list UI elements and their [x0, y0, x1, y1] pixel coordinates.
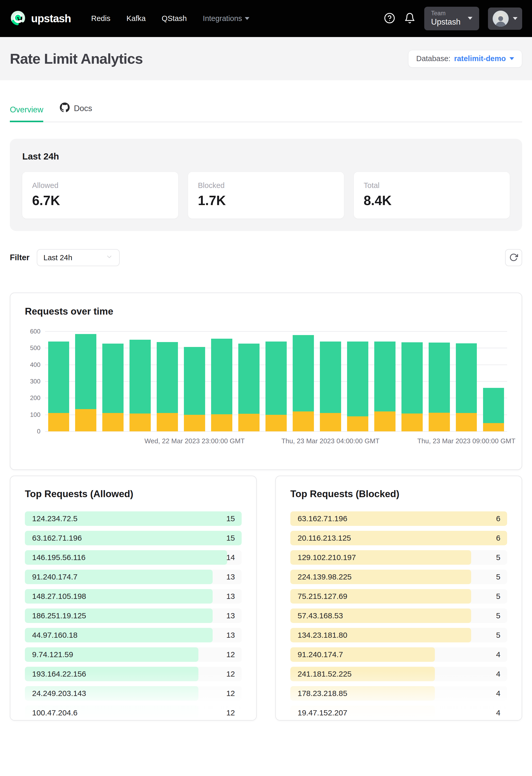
notifications-button[interactable] — [404, 12, 415, 25]
request-ip: 24.249.203.143 — [32, 689, 86, 698]
stat-label: Blocked — [198, 181, 334, 190]
request-row: 19.47.152.2074 — [290, 706, 507, 720]
bar-segment-blocked — [238, 414, 259, 431]
request-row: 134.23.181.805 — [290, 628, 507, 642]
request-count: 13 — [226, 573, 235, 581]
bar-segment-blocked — [130, 413, 151, 431]
requests-chart-card: Requests over time 0100200300400500600 W… — [10, 293, 522, 470]
bar-segment-allowed — [211, 339, 232, 414]
database-selector[interactable]: Database: ratelimit-demo — [408, 50, 522, 67]
time-range-select[interactable]: Last 24h — [37, 249, 120, 266]
request-row: 91.240.174.713 — [25, 570, 242, 584]
request-row-content: 20.116.213.1256 — [290, 531, 507, 545]
top-requests-allowed-card: Top Requests (Allowed) 124.234.72.51563.… — [10, 475, 257, 721]
nav-menu: Redis Kafka QStash Integrations — [91, 14, 249, 23]
stats-title: Last 24h — [22, 151, 510, 162]
bar-group — [425, 332, 453, 431]
request-row: 63.162.71.19615 — [25, 531, 242, 545]
top-nav: upstash Redis Kafka QStash Integrations — [0, 0, 532, 37]
bar-group — [317, 332, 344, 431]
bar-group — [181, 332, 208, 431]
request-ip: 91.240.174.7 — [298, 650, 343, 659]
request-count: 5 — [496, 631, 500, 639]
request-ip: 57.43.168.53 — [298, 611, 343, 620]
nav-item-integrations-label: Integrations — [203, 14, 242, 23]
chart-ylabels: 0100200300400500600 — [25, 332, 40, 431]
request-ip: 193.164.22.156 — [32, 669, 86, 678]
database-label: Database: — [416, 54, 451, 63]
request-row: 63.162.71.1966 — [290, 511, 507, 526]
x-axis-tick-label: Thu, 23 Mar 2023 04:00:00 GMT — [282, 437, 380, 445]
request-count: 12 — [226, 689, 235, 698]
request-row: 20.116.213.1256 — [290, 531, 507, 545]
avatar — [493, 11, 509, 27]
request-ip: 63.162.71.196 — [298, 514, 347, 523]
caret-down-icon — [468, 17, 473, 20]
top-requests-row: Top Requests (Allowed) 124.234.72.51563.… — [10, 475, 522, 721]
request-row-content: 63.162.71.19615 — [25, 531, 242, 545]
request-ip: 63.162.71.196 — [32, 534, 82, 543]
chart-title: Requests over time — [25, 306, 507, 317]
blocked-list: 63.162.71.196620.116.213.1256129.102.210… — [290, 511, 507, 720]
request-row: 224.139.98.2255 — [290, 570, 507, 584]
account-menu[interactable] — [488, 7, 522, 30]
chart-xlabels: Wed, 22 Mar 2023 23:00:00 GMTThu, 23 Mar… — [45, 435, 507, 445]
bar-segment-allowed — [401, 342, 423, 413]
tab-overview[interactable]: Overview — [10, 105, 43, 122]
stat-label: Total — [364, 181, 500, 190]
bar-segment-blocked — [102, 413, 124, 431]
request-ip: 134.23.181.80 — [298, 631, 347, 639]
bar-segment-allowed — [238, 344, 259, 414]
database-name: ratelimit-demo — [454, 54, 506, 63]
nav-item-kafka[interactable]: Kafka — [126, 14, 146, 23]
page-title: Rate Limit Analytics — [10, 50, 143, 67]
request-ip: 75.215.127.69 — [298, 592, 347, 601]
request-row-content: 129.102.210.1975 — [290, 550, 507, 565]
request-row-content: 91.240.174.713 — [25, 570, 242, 584]
chart-bars — [45, 332, 507, 431]
request-row: 178.23.218.854 — [290, 686, 507, 701]
nav-item-qstash[interactable]: QStash — [162, 14, 187, 23]
bar-group — [45, 332, 72, 431]
request-count: 14 — [226, 553, 235, 562]
request-row-content: 75.215.127.695 — [290, 589, 507, 604]
refresh-button[interactable] — [505, 249, 522, 266]
nav-right: Team Upstash — [384, 7, 522, 30]
bar-segment-blocked — [265, 415, 287, 431]
nav-item-redis[interactable]: Redis — [91, 14, 110, 23]
team-selector[interactable]: Team Upstash — [424, 7, 479, 30]
x-axis-tick-label: Thu, 23 Mar 2023 09:00:00 GMT — [417, 437, 515, 445]
bar-group — [100, 332, 127, 431]
stat-value: 1.7K — [198, 193, 334, 208]
refresh-icon — [509, 253, 518, 262]
request-row-content: 146.195.56.11614 — [25, 550, 242, 565]
bar-group — [72, 332, 100, 431]
request-row-content: 63.162.71.1966 — [290, 511, 507, 526]
caret-down-icon — [513, 17, 518, 20]
bar-segment-allowed — [184, 347, 205, 415]
bar-segment-allowed — [293, 335, 314, 411]
bar-group — [127, 332, 154, 431]
chart: 0100200300400500600 Wed, 22 Mar 2023 23:… — [25, 332, 507, 448]
y-axis-tick-label: 100 — [30, 411, 40, 418]
request-count: 12 — [226, 669, 235, 678]
filter-row: Filter Last 24h — [10, 249, 522, 266]
y-axis-tick-label: 300 — [30, 378, 40, 385]
request-row: 124.234.72.515 — [25, 511, 242, 526]
request-ip: 19.47.152.207 — [298, 709, 347, 717]
bar-segment-allowed — [75, 334, 97, 409]
tab-docs[interactable]: Docs — [60, 103, 92, 122]
request-ip: 44.97.160.18 — [32, 631, 77, 639]
tab-bar: Overview Docs — [10, 103, 522, 122]
request-row-content: 148.27.105.19813 — [25, 589, 242, 604]
bar-segment-blocked — [184, 415, 205, 431]
bar-group — [154, 332, 181, 431]
request-row: 193.164.22.15612 — [25, 667, 242, 681]
help-button[interactable] — [384, 12, 395, 25]
nav-item-integrations[interactable]: Integrations — [203, 14, 249, 23]
request-ip: 124.234.72.5 — [32, 514, 77, 523]
y-axis-tick-label: 500 — [30, 344, 40, 352]
request-ip: 20.116.213.125 — [298, 534, 351, 543]
bar-segment-blocked — [483, 423, 504, 431]
upstash-logo[interactable]: upstash — [10, 10, 71, 27]
